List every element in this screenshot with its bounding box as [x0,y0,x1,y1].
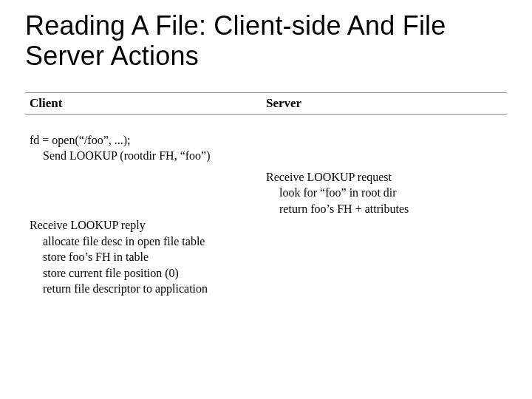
server-block-1: Receive LOOKUP request look for “foo” in… [266,169,507,217]
client-line: Receive LOOKUP reply [30,217,266,233]
server-header: Server [266,96,301,110]
server-column: Receive LOOKUP request look for “foo” in… [266,132,507,310]
client-block-2: Receive LOOKUP reply allocate file desc … [30,217,266,297]
client-line: Send LOOKUP (rootdir FH, “foo”) [30,148,266,164]
server-line: look for “foo” in root dir [266,185,507,201]
spacer [30,177,266,217]
client-header: Client [30,96,62,110]
server-column-header-cell: Server [266,96,507,111]
slide: Reading A File: Client-side And File Ser… [0,0,532,399]
server-line: Receive LOOKUP request [266,169,507,185]
client-column-header-cell: Client [25,96,266,111]
client-line: fd = open(“/foo”, ...); [30,132,266,149]
client-line: store current file position (0) [30,265,266,282]
server-line: return foo’s FH + attributes [266,201,507,217]
column-headers: Client Server [25,92,507,115]
client-column: fd = open(“/foo”, ...); Send LOOKUP (roo… [25,132,266,310]
protocol-table: Client Server fd = open(“/foo”, ...); Se… [25,92,507,310]
client-line: store foo’s FH in table [30,249,266,265]
page-title: Reading A File: Client-side And File Ser… [25,10,507,72]
client-line: return file descriptor to application [30,281,266,297]
protocol-body: fd = open(“/foo”, ...); Send LOOKUP (roo… [25,132,507,310]
spacer [266,132,507,169]
client-line: allocate file desc in open file table [30,233,266,250]
client-block-1: fd = open(“/foo”, ...); Send LOOKUP (roo… [30,132,266,164]
